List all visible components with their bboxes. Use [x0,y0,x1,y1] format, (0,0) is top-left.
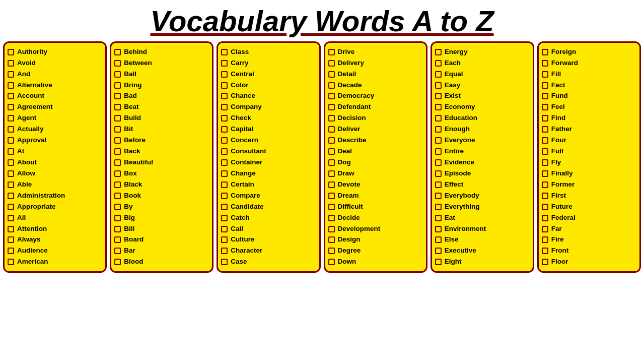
list-item: Decision [328,113,423,124]
word-label: Deliver [338,124,361,135]
list-item: All [8,213,102,223]
checkbox-icon [221,259,228,265]
checkbox-icon [8,248,14,254]
word-label: Front [551,246,569,256]
list-item: Board [114,234,209,245]
word-label: Book [124,191,141,201]
checkbox-icon [114,204,121,210]
checkbox-icon [221,126,228,133]
list-item: Check [221,113,316,124]
checkbox-icon [221,248,228,254]
checkbox-icon [114,93,121,99]
checkbox-icon [435,115,442,122]
list-item: Candidate [221,202,316,212]
list-item: Degree [328,246,423,256]
checkbox-icon [542,182,548,188]
checkbox-icon [8,126,14,133]
checkbox-icon [435,215,442,221]
word-label: Executive [445,246,476,256]
checkbox-icon [8,159,14,166]
list-item: Able [8,179,102,190]
list-item: Central [221,69,316,80]
checkbox-icon [328,49,335,55]
word-label: Consultant [231,146,266,157]
list-item: Culture [221,234,316,245]
list-item: Enough [435,124,530,135]
list-item: Future [542,202,636,212]
page-title: Vocabulary Words A to Z [10,5,634,37]
word-label: Development [338,224,381,234]
word-label: Big [124,213,135,223]
list-item: Certain [221,179,316,190]
word-label: Entire [445,146,464,157]
list-item: Deal [328,146,423,157]
checkbox-icon [8,170,14,177]
list-item: Everyone [435,135,530,146]
list-item: Episode [435,168,530,179]
word-label: Effect [445,179,464,190]
list-item: Draw [328,168,423,179]
checkbox-icon [542,49,548,55]
list-item: Entire [435,146,530,157]
checkbox-icon [328,104,335,110]
checkbox-icon [435,204,442,210]
checkbox-icon [542,148,548,155]
list-item: Company [221,102,316,112]
checkbox-icon [542,104,548,110]
word-label: Education [445,113,477,124]
col-b: BehindBetweenBallBringBadBeatBuildBitBef… [110,41,213,273]
checkbox-icon [8,60,14,67]
checkbox-icon [435,82,442,89]
word-label: Decision [338,113,366,124]
list-item: Equal [435,69,530,80]
list-item: Administration [8,191,102,201]
list-item: Democracy [328,91,423,101]
word-label: Check [231,113,251,124]
word-label: Energy [445,47,468,57]
checkbox-icon [328,204,335,210]
word-label: Company [231,102,262,112]
word-label: At [17,146,24,157]
checkbox-icon [221,159,228,166]
list-item: Fund [542,91,636,101]
list-item: Bring [114,80,209,91]
checkbox-icon [114,49,121,55]
checkbox-icon [542,226,548,232]
checkbox-icon [435,259,442,265]
word-label: Feel [551,102,565,112]
list-item: Fill [542,69,636,80]
list-item: Everybody [435,191,530,201]
checkbox-icon [8,182,14,188]
word-label: Authority [17,47,47,57]
list-item: Find [542,113,636,124]
checkbox-icon [435,226,442,232]
checkbox-icon [114,248,121,254]
word-label: Ball [124,69,136,80]
checkbox-icon [435,170,442,177]
word-label: Eight [445,257,462,267]
word-label: Down [338,257,356,267]
checkbox-icon [328,115,335,122]
list-item: Behind [114,47,209,57]
checkbox-icon [114,60,121,67]
checkbox-icon [8,115,14,122]
word-label: Finally [551,168,573,179]
checkbox-icon [542,137,548,144]
list-item: Defendant [328,102,423,112]
word-label: Attention [17,224,47,234]
list-item: Dog [328,157,423,168]
list-item: Box [114,168,209,179]
word-label: Equal [445,69,463,80]
list-item: Executive [435,246,530,256]
checkbox-icon [221,226,228,232]
word-label: Account [17,91,44,101]
checkbox-icon [221,204,228,210]
word-label: Behind [124,47,147,57]
checkbox-icon [221,60,228,67]
columns-container: AuthorityAvoidAndAlternativeAccountAgree… [0,41,644,276]
word-label: Fly [551,157,561,168]
list-item: Always [8,234,102,245]
checkbox-icon [328,182,335,188]
checkbox-icon [435,104,442,110]
list-item: Front [542,246,636,256]
